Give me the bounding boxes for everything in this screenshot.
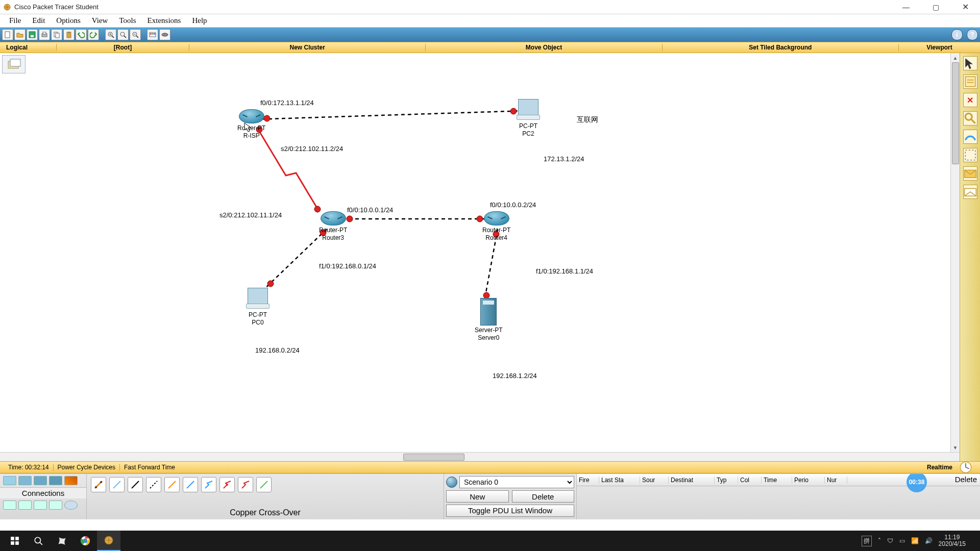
search-button[interactable] xyxy=(27,531,50,551)
palette-icon[interactable] xyxy=(147,29,158,40)
vertical-scrollbar[interactable]: ▲ ▼ xyxy=(950,53,960,452)
menu-extensions[interactable]: Extensions xyxy=(142,15,186,26)
phone-cable-icon[interactable] xyxy=(183,477,198,492)
scroll-track[interactable] xyxy=(951,62,960,443)
octal-cable-icon[interactable] xyxy=(256,477,272,492)
inspect-tool-icon[interactable] xyxy=(963,111,977,126)
auto-cable-icon[interactable] xyxy=(91,477,106,492)
select-tool-icon[interactable] xyxy=(963,56,977,70)
col-type[interactable]: Typ xyxy=(715,477,738,484)
system-clock[interactable]: 11:19 2020/4/15 xyxy=(939,534,966,547)
col-num[interactable]: Nur xyxy=(825,477,847,484)
print-icon[interactable] xyxy=(39,29,50,40)
help-icon[interactable]: ? xyxy=(967,29,978,40)
scenario-select[interactable]: Scenario 0 xyxy=(459,476,574,488)
scroll-thumb[interactable] xyxy=(952,62,959,164)
cat-custom-icon[interactable] xyxy=(34,500,47,510)
col-last-status[interactable]: Last Sta xyxy=(599,477,640,484)
col-color[interactable]: Col xyxy=(738,477,762,484)
cat-hubs-icon[interactable] xyxy=(34,476,47,485)
zoom-out-icon[interactable] xyxy=(130,29,141,40)
device-r-isp[interactable]: Router-PTR-ISP xyxy=(237,109,265,140)
fast-forward-button[interactable]: Fast Forward Time xyxy=(120,464,175,471)
scroll-down-arrow-icon[interactable]: ▼ xyxy=(951,443,960,452)
root-breadcrumb[interactable]: [Root] xyxy=(56,44,189,51)
col-source[interactable]: Sour xyxy=(640,477,669,484)
back-cluster-icon[interactable] xyxy=(2,55,26,73)
taskbar-chrome[interactable] xyxy=(74,531,97,551)
cat-multiuser-icon[interactable] xyxy=(49,500,62,510)
tray-security-icon[interactable]: 🛡 xyxy=(887,537,893,544)
scroll-up-arrow-icon[interactable]: ▲ xyxy=(951,53,960,62)
viewport-button[interactable]: Viewport xyxy=(898,44,980,51)
undo-icon[interactable] xyxy=(76,29,87,40)
minimize-button[interactable]: — xyxy=(898,2,914,12)
resize-tool-icon[interactable] xyxy=(963,148,977,162)
close-button[interactable]: ✕ xyxy=(958,2,973,12)
realtime-tab[interactable]: Realtime xyxy=(927,464,957,471)
power-cycle-button[interactable]: Power Cycle Devices xyxy=(54,464,120,471)
info-icon[interactable]: i xyxy=(951,29,963,40)
new-cluster-button[interactable]: New Cluster xyxy=(189,44,425,51)
cat-cloud-icon[interactable] xyxy=(64,500,78,510)
simulation-toggle-icon[interactable] xyxy=(960,462,976,472)
tray-volume-icon[interactable]: 🔊 xyxy=(925,537,933,544)
menu-file[interactable]: File xyxy=(4,15,26,26)
copy-icon[interactable] xyxy=(51,29,62,40)
tray-battery-icon[interactable]: ▭ xyxy=(899,537,905,544)
scenario-globe-icon[interactable] xyxy=(446,477,457,488)
straight-cable-icon[interactable] xyxy=(128,477,143,492)
topology-canvas[interactable]: Router-PTR-ISP Router-PTRouter3 Router-P… xyxy=(41,53,960,461)
logical-tab[interactable]: Logical xyxy=(0,44,56,51)
scroll-thumb-h[interactable] xyxy=(403,454,464,461)
col-dest[interactable]: Destinat xyxy=(669,477,715,484)
zoom-in-icon[interactable] xyxy=(105,29,116,40)
cat-connections-icon[interactable] xyxy=(64,476,78,485)
col-time[interactable]: Time xyxy=(762,477,792,484)
maximize-button[interactable]: ▢ xyxy=(928,2,943,12)
device-server0[interactable]: Server-PTServer0 xyxy=(475,298,503,342)
cat-end-devices-icon[interactable] xyxy=(3,500,16,510)
device-router3[interactable]: Router-PTRouter3 xyxy=(319,211,347,242)
delete-tool-icon[interactable]: ✕ xyxy=(963,93,977,107)
start-button[interactable] xyxy=(3,531,27,551)
ime-indicator[interactable]: 拼 xyxy=(862,536,872,546)
coax-cable-icon[interactable] xyxy=(201,477,216,492)
open-file-icon[interactable] xyxy=(14,29,26,40)
redo-icon[interactable] xyxy=(88,29,99,40)
pdu-delete-button[interactable]: Delete xyxy=(955,475,977,484)
cat-wireless-icon[interactable] xyxy=(49,476,62,485)
note-tool-icon[interactable] xyxy=(963,74,977,89)
taskbar-packet-tracer[interactable] xyxy=(97,531,120,551)
cat-routers-icon[interactable] xyxy=(3,476,16,485)
taskbar-app-1[interactable] xyxy=(50,531,74,551)
custom-device-icon[interactable] xyxy=(159,29,170,40)
toggle-pdu-list-button[interactable]: Toggle PDU List Window xyxy=(446,505,574,517)
menu-edit[interactable]: Edit xyxy=(27,15,50,26)
cat-switches-icon[interactable] xyxy=(18,476,32,485)
new-file-icon[interactable] xyxy=(2,29,13,40)
serial-dte-cable-icon[interactable] xyxy=(238,477,253,492)
device-router4[interactable]: Router-PTRouter4 xyxy=(482,211,510,242)
menu-help[interactable]: Help xyxy=(187,15,212,26)
save-icon[interactable] xyxy=(27,29,38,40)
menu-options[interactable]: Options xyxy=(51,15,86,26)
console-cable-icon[interactable] xyxy=(109,477,125,492)
serial-dce-cable-icon[interactable] xyxy=(219,477,235,492)
menu-tools[interactable]: Tools xyxy=(114,15,141,26)
device-pc0[interactable]: PC-PTPC0 xyxy=(248,288,268,327)
crossover-cable-icon[interactable] xyxy=(146,477,161,492)
zoom-reset-icon[interactable] xyxy=(117,29,129,40)
tray-wifi-icon[interactable]: 📶 xyxy=(911,537,919,544)
scenario-new-button[interactable]: New xyxy=(446,490,509,503)
scenario-delete-button[interactable]: Delete xyxy=(512,490,575,503)
complex-pdu-icon[interactable] xyxy=(963,185,977,199)
col-fire[interactable]: Fire xyxy=(577,477,599,484)
move-object-button[interactable]: Move Object xyxy=(425,44,662,51)
paste-icon[interactable] xyxy=(63,29,75,40)
menu-view[interactable]: View xyxy=(87,15,113,26)
tray-chevron-icon[interactable]: ˄ xyxy=(878,537,881,544)
simple-pdu-icon[interactable] xyxy=(963,166,977,181)
horizontal-scrollbar[interactable] xyxy=(0,452,960,461)
fiber-cable-icon[interactable] xyxy=(164,477,180,492)
